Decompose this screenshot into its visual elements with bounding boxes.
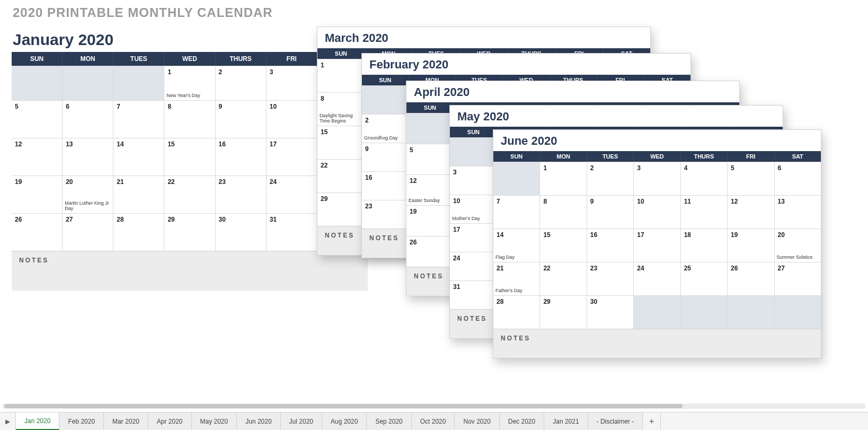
day-number: 25 [684,265,724,272]
calendar-cell [63,66,113,100]
day-number: 12 [731,198,770,205]
calendar-cell: 26 [728,262,774,295]
sheet-tab[interactable]: Feb 2020 [59,413,104,430]
sheet-tab[interactable]: Oct 2020 [412,413,455,430]
sheet-tab[interactable]: Sep 2020 [367,413,411,430]
calendar-cell [113,66,164,100]
calendar-cell: 31 [267,214,317,251]
month-title: April 2020 [414,85,732,99]
calendar-cell: 12 [728,196,774,229]
calendar-cell [728,296,774,329]
calendar-row: 1New Year's Day234 [12,66,368,100]
sheet-tab[interactable]: May 2020 [192,413,237,430]
day-number: 17 [637,231,677,239]
sheet-tab[interactable]: Aug 2020 [322,413,367,430]
calendar-cell: 25 [681,262,728,295]
calendar-cell: 16 [216,138,267,175]
calendar-cell: 15 [317,126,365,159]
calendar-cell: 6 [775,162,821,195]
weekday-label: WED [634,151,680,162]
weekday-label: FRI [267,52,317,66]
sheet-tab[interactable]: Jul 2020 [281,413,322,430]
calendar-cell: 11 [681,196,728,229]
calendar-cell: 23 [216,176,267,213]
calendar-cell: 6 [63,101,113,138]
day-number: 26 [410,239,450,246]
calendar-cell: 22 [164,176,215,213]
calendar-cell [406,113,454,144]
calendar-cell: 23 [587,262,634,295]
scrollbar-thumb[interactable] [4,404,683,408]
day-number: 19 [731,231,770,239]
day-number: 7 [497,198,536,205]
calendar-cell: 8Daylight Saving Time Begins [317,93,365,126]
sheet-tab[interactable]: Dec 2020 [500,413,544,430]
calendar-cell: 12 [12,138,63,175]
day-number: 26 [15,216,59,223]
calendar-cell: 13 [63,138,113,175]
weekday-label: SUN [493,151,540,162]
day-note: New Year's Day [166,93,212,99]
day-number: 22 [543,265,583,272]
calendar-cell: 26 [406,236,454,267]
day-number: 4 [684,164,724,172]
day-number: 29 [321,195,361,203]
page-title: 2020 PRINTABLE MONTHLY CALENDAR [13,5,273,20]
add-sheet-button[interactable]: + [643,413,661,430]
day-number: 3 [453,169,494,176]
day-number: 19 [15,178,59,186]
sheet-tab[interactable]: Mar 2020 [104,413,148,430]
sheet-tab[interactable]: Nov 2020 [455,413,499,430]
weekday-label: WED [164,52,215,66]
calendar-cell: 29 [317,193,365,226]
calendar-cell: 15 [164,138,215,175]
horizontal-scrollbar[interactable] [2,403,866,409]
calendar-cell: 5 [12,101,63,138]
calendar-cell: 24 [634,262,680,295]
calendar-cell: 10 [267,101,317,138]
calendar-cell: 7 [493,196,540,229]
day-number: 7 [117,103,161,110]
sheet-tab[interactable]: Jan 2020 [16,413,59,430]
month-title: June 2020 [501,134,813,148]
sheet-tab[interactable]: Apr 2020 [148,413,192,430]
day-number: 21 [497,265,536,272]
day-note: Summer Solstice [777,255,819,260]
day-number: 29 [167,216,211,223]
day-number: 10 [637,198,677,205]
calendar-cell: 17 [267,138,317,175]
day-number: 13 [66,141,110,148]
sheet-tab[interactable]: - Disclaimer - [588,413,643,430]
weekday-label: TUES [113,52,164,66]
weekday-label: THURS [681,151,728,162]
calendar-cell [12,66,63,100]
weekday-label: SUN [12,52,63,66]
weekday-label: SUN [406,102,454,113]
calendar-row: 78910111213 [493,195,821,229]
day-number: 29 [543,298,583,305]
day-number: 17 [453,226,494,233]
day-number: 15 [543,231,583,239]
day-number: 18 [684,231,724,239]
sheet-tab[interactable]: Jun 2020 [237,413,280,430]
day-number: 6 [778,164,818,172]
calendar-cell [362,86,409,114]
day-number: 5 [731,164,770,172]
sheet-tab[interactable]: Jan 2021 [544,413,588,430]
day-number: 5 [15,103,59,110]
play-icon: ▶ [5,418,10,425]
calendar-row: 21Father's Day222324252627 [493,262,821,295]
calendar-cell: 21 [113,176,164,213]
day-number: 14 [117,141,161,148]
tab-nav-button[interactable]: ▶ [0,413,16,430]
calendar-row: 1920Martin Luther King Jr Day2122232425 [12,175,368,213]
calendar-cell: 23 [362,200,409,229]
calendar-cell: 19 [12,176,63,213]
day-number: 27 [778,265,818,272]
day-number: 5 [410,146,450,154]
day-number: 15 [321,128,361,136]
calendar-cell: 20Summer Solstice [775,229,821,262]
day-number: 24 [270,178,314,186]
day-number: 28 [117,216,161,223]
calendar-cell: 14Flag Day [493,229,540,262]
